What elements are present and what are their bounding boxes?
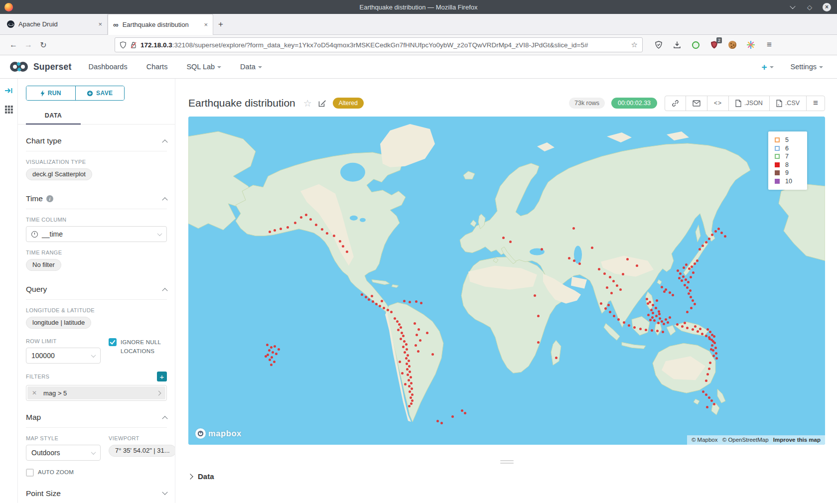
legend-item[interactable]: 6 <box>775 144 807 153</box>
nav-charts[interactable]: Charts <box>146 63 168 71</box>
ignore-null-checkbox-row[interactable]: IGNORE NULL LOCATIONS <box>109 338 167 356</box>
panel-tabs: DATA <box>18 108 175 125</box>
tab-close-icon[interactable]: × <box>98 20 102 28</box>
menu-hamburger-icon[interactable]: ≡ <box>764 40 774 50</box>
filter-expression[interactable]: mag > 5 <box>41 389 151 397</box>
map-point <box>623 321 625 324</box>
map-point <box>407 354 409 357</box>
tab-data[interactable]: DATA <box>26 108 81 125</box>
new-tab-button[interactable]: + <box>213 14 228 34</box>
legend-item[interactable]: 8 <box>775 161 807 169</box>
map-point <box>339 240 341 243</box>
map-style-select[interactable]: Outdoors <box>26 445 101 461</box>
viewport-pill[interactable]: 7° 35' 54.02" | 31... <box>109 445 175 457</box>
map-point <box>397 329 400 331</box>
tab-close-icon[interactable]: × <box>204 21 208 28</box>
more-options-button[interactable]: ≡ <box>806 96 825 111</box>
map-point <box>622 273 624 275</box>
deckgl-map[interactable]: 5678910 mapbox © Mapbox © OpenStreetMap … <box>188 117 825 445</box>
altered-badge: Altered <box>333 98 364 109</box>
section-map[interactable]: Map <box>26 413 167 428</box>
time-range-pill[interactable]: No filter <box>26 259 61 271</box>
url-bar[interactable]: 172.18.0.3:32108/superset/explore/?form_… <box>115 37 643 52</box>
protections-shield-icon[interactable] <box>654 40 664 50</box>
map-point <box>326 232 328 235</box>
map-point <box>321 228 323 231</box>
extension-green-icon[interactable] <box>691 40 700 50</box>
bookmark-star-icon[interactable]: ☆ <box>631 40 638 49</box>
favorite-star-icon[interactable]: ☆ <box>303 98 312 109</box>
save-button[interactable]: SAVE <box>75 86 125 100</box>
export-json-button[interactable]: .JSON <box>728 96 769 111</box>
section-point-size[interactable]: Point Size <box>26 489 167 503</box>
lonlat-pill[interactable]: longitude | latitude <box>26 317 91 329</box>
expand-datasource-icon[interactable] <box>4 87 13 95</box>
checkbox-unchecked-icon[interactable] <box>26 469 34 477</box>
section-query[interactable]: Query <box>26 285 167 300</box>
settings-menu[interactable]: Settings <box>791 63 823 71</box>
remove-filter-icon[interactable]: ✕ <box>27 389 41 396</box>
chart-header: Earthquake distribution ☆ Altered 73k ro… <box>188 79 825 117</box>
map-point <box>400 326 402 329</box>
edit-properties-icon[interactable] <box>318 99 326 107</box>
time-column-select[interactable]: __time <box>26 226 167 242</box>
tab-earthquake-distribution[interactable]: ∞ Earthquake distribution × <box>108 14 213 35</box>
map-point <box>715 357 718 360</box>
pinwheel-extension-icon[interactable] <box>746 40 756 50</box>
legend-item[interactable]: 7 <box>775 152 807 161</box>
map-point <box>698 248 701 251</box>
ublock-shield-icon[interactable]: 2 <box>709 40 719 50</box>
mapbox-attribution-link[interactable]: © Mapbox <box>692 437 718 443</box>
superset-favicon-icon: ∞ <box>113 21 119 28</box>
auto-zoom-checkbox-row[interactable]: AUTO ZOOM <box>26 468 101 477</box>
window-maximize-button[interactable]: ◇ <box>806 3 814 11</box>
dataset-grid-icon[interactable] <box>5 106 13 114</box>
map-point <box>663 290 666 293</box>
map-style-label: MAP STYLE <box>26 435 101 441</box>
mapbox-logo[interactable]: mapbox <box>195 428 242 439</box>
legend-item[interactable]: 10 <box>775 177 807 186</box>
add-filter-button[interactable]: + <box>157 372 167 381</box>
map-point <box>403 340 406 343</box>
row-limit-select[interactable]: 100000 <box>26 348 101 364</box>
section-chart-type[interactable]: Chart type <box>26 136 167 151</box>
window-minimize-button[interactable] <box>789 3 797 11</box>
embed-code-button[interactable]: <> <box>707 96 728 111</box>
cookie-icon[interactable] <box>727 40 737 50</box>
improve-map-link[interactable]: Improve this map <box>773 437 821 443</box>
panel-resize-handle[interactable] <box>188 460 825 464</box>
downloads-icon[interactable] <box>672 40 682 50</box>
run-button[interactable]: RUN <box>26 86 75 100</box>
data-panel-toggle[interactable]: Data <box>188 472 825 481</box>
map-point <box>609 311 611 313</box>
viz-type-pill[interactable]: deck.gl Scatterplot <box>26 168 92 180</box>
back-button[interactable]: ← <box>6 37 21 52</box>
legend-item[interactable]: 9 <box>775 169 807 177</box>
nav-sql-lab[interactable]: SQL Lab <box>186 63 221 71</box>
checkbox-checked-icon[interactable] <box>109 338 117 346</box>
nav-data[interactable]: Data <box>240 63 262 71</box>
copy-link-button[interactable] <box>665 96 686 111</box>
legend-item[interactable]: 5 <box>775 136 807 144</box>
window-close-button[interactable]: × <box>823 3 831 11</box>
osm-attribution-link[interactable]: © OpenStreetMap <box>722 437 769 443</box>
export-csv-button[interactable]: x .CSV <box>769 96 806 111</box>
filter-control[interactable]: ✕ mag > 5 <box>26 385 167 401</box>
new-item-button[interactable]: + <box>761 62 773 72</box>
superset-brand[interactable]: Superset <box>9 61 72 72</box>
expand-filter-icon[interactable] <box>151 391 165 395</box>
forward-button[interactable]: → <box>21 37 36 52</box>
section-time[interactable]: Timei <box>26 194 167 209</box>
map-point <box>411 387 413 390</box>
map-point <box>410 402 413 405</box>
mapbox-icon <box>195 428 206 439</box>
map-point <box>619 288 622 291</box>
chevron-up-icon <box>162 416 167 421</box>
map-point <box>658 310 660 313</box>
tab-apache-druid[interactable]: Apache Druid × <box>2 14 108 34</box>
envelope-icon <box>693 100 700 107</box>
nav-dashboards[interactable]: Dashboards <box>89 63 128 71</box>
email-button[interactable] <box>686 96 707 111</box>
reload-button[interactable]: ↻ <box>36 37 51 52</box>
map-point <box>541 248 543 251</box>
